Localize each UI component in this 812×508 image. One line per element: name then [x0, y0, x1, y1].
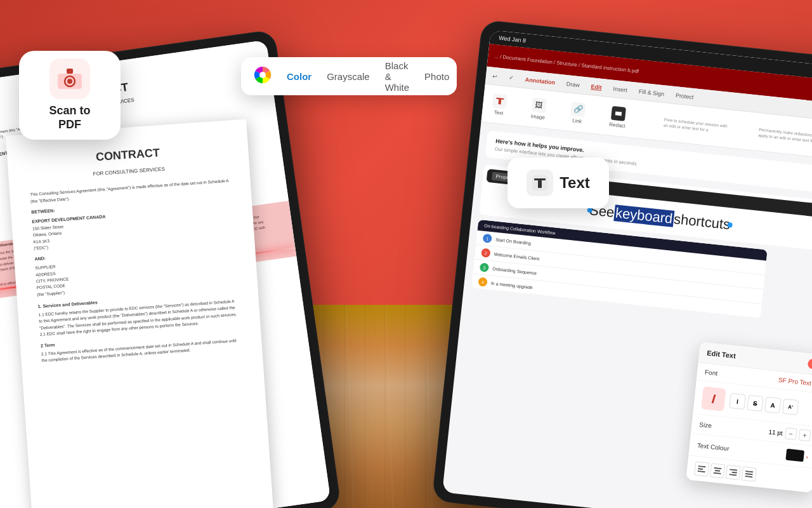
color-option-photo[interactable]: Photo [424, 71, 449, 82]
panel-title: Edit Text [707, 349, 737, 360]
scan-badge-line1: Scan to [49, 104, 90, 117]
svg-rect-4 [698, 468, 703, 470]
color-badge-icon [254, 66, 272, 87]
style-strikethrough[interactable]: S [747, 395, 763, 411]
svg-point-18 [67, 79, 72, 84]
font-label: Font [705, 368, 718, 377]
keyboard-text-wrapper: See keyboard shortcuts [589, 202, 731, 233]
style-size-up[interactable]: A [764, 397, 781, 413]
align-justify[interactable] [742, 466, 757, 481]
svg-rect-9 [730, 469, 737, 471]
tab-protect[interactable]: Protect [676, 92, 694, 100]
font-value-area: SF Pro Text › [778, 377, 812, 387]
tool-text-label: Text [494, 109, 504, 116]
font-preview: I [701, 386, 726, 411]
align-center[interactable] [710, 463, 725, 478]
svg-rect-22 [534, 178, 546, 180]
align-left[interactable] [694, 462, 709, 477]
size-value: 11 pt [768, 428, 783, 436]
tool-link-icon: 🔗 [570, 102, 586, 117]
svg-point-20 [259, 72, 266, 78]
tool-image-icon: 🖼 [532, 97, 547, 112]
tab-draw[interactable]: Draw [566, 81, 580, 88]
text-badge-label: Text [560, 174, 590, 192]
list-text-3: Onboarding Sequence [492, 266, 537, 275]
svg-rect-12 [745, 471, 753, 472]
tool-link[interactable]: 🔗 Link [570, 102, 586, 124]
redo-icon[interactable]: ✓ [508, 74, 514, 81]
list-num-4: 4 [478, 277, 487, 286]
scan-to-pdf-badge[interactable]: Scan to PDF [19, 51, 121, 140]
svg-rect-23 [538, 180, 542, 188]
list-text-4: In a meeting upgrade [491, 281, 534, 290]
scan-badge-text: Scan to PDF [49, 104, 90, 131]
tab-fill-sign[interactable]: Fill & Sign [638, 88, 664, 97]
size-label: Size [699, 420, 712, 429]
tool-image-label: Image [530, 113, 545, 120]
svg-rect-5 [698, 471, 705, 472]
tool-redact-label: Redact [609, 121, 625, 129]
style-size-down[interactable]: A' [782, 399, 799, 415]
color-chevron[interactable]: › [806, 453, 808, 460]
svg-rect-16 [67, 69, 73, 74]
color-swatch[interactable] [785, 448, 804, 462]
svg-rect-11 [729, 474, 737, 476]
list-num-3: 3 [480, 262, 489, 272]
list-text-1: Start On Boarding [495, 237, 531, 245]
align-right[interactable] [726, 465, 741, 480]
tab-annotation[interactable]: Annotation [525, 76, 555, 86]
color-label: Text Colour [697, 441, 729, 451]
text-badge-icon [527, 170, 553, 196]
selection-handle-right [728, 222, 733, 228]
svg-rect-1 [498, 99, 501, 104]
right-tablet-content: Here's how it helps you improve. Our sim… [442, 122, 812, 508]
tool-text-icon [492, 93, 508, 109]
scan-badge-icon [49, 58, 90, 99]
tool-text[interactable]: Text [492, 93, 508, 116]
undo-icon[interactable]: ↩ [492, 72, 498, 79]
tablet-right: Wed Jan 8 ▐▐▐ 100% 🔋 ... / Document Foun… [433, 20, 812, 508]
size-decrease[interactable]: − [785, 427, 797, 440]
svg-rect-2 [615, 111, 622, 116]
svg-rect-14 [745, 476, 752, 478]
tab-insert[interactable]: Insert [613, 85, 627, 93]
panel-close-button[interactable]: × [808, 358, 812, 370]
style-icons: I S A A' [729, 393, 799, 415]
size-control: 11 pt − + [768, 425, 811, 441]
svg-rect-7 [715, 470, 720, 472]
svg-rect-3 [698, 465, 705, 467]
paper-behind-1: CONTRACT FOR CONSULTING SERVICES This Co… [6, 119, 273, 508]
tool-image[interactable]: 🖼 Image [530, 97, 547, 120]
svg-rect-13 [745, 473, 753, 475]
tool-redact[interactable]: Redact [609, 105, 627, 128]
scan-badge-line2: PDF [58, 118, 81, 131]
keyboard-text-highlight: keyboard [613, 204, 675, 227]
status-time: Wed Jan 8 [499, 35, 527, 44]
keyboard-text-after: shortcuts [673, 211, 731, 233]
text-tool-desc: Free to schedule your session with an ed… [664, 117, 728, 133]
size-increase[interactable]: + [799, 429, 811, 441]
tab-edit[interactable]: Edit [591, 83, 602, 91]
color-area: › [785, 448, 809, 462]
list-num-2: 2 [481, 248, 490, 258]
svg-rect-8 [714, 472, 721, 474]
tablet-right-screen: Wed Jan 8 ▐▐▐ 100% 🔋 ... / Document Foun… [442, 30, 812, 508]
list-num-1: 1 [483, 234, 492, 243]
edit-text-panel: Edit Text × Font SF Pro Text › I [686, 342, 812, 493]
color-option-grayscale[interactable]: Grayscale [327, 71, 370, 82]
list-text-2: Welcome Emails Client [494, 251, 539, 260]
tablet-right-frame: Wed Jan 8 ▐▐▐ 100% 🔋 ... / Document Foun… [433, 20, 812, 508]
svg-rect-6 [714, 467, 721, 469]
color-option-color[interactable]: Color [287, 71, 311, 82]
right-placeholder [766, 251, 812, 326]
svg-rect-10 [732, 472, 737, 474]
font-value[interactable]: SF Pro Text [778, 377, 812, 387]
style-bold[interactable]: I [729, 393, 745, 410]
tool-link-label: Link [572, 117, 582, 124]
color-mode-badge[interactable]: Color Grayscale Black & White Photo [241, 57, 457, 95]
color-option-bw[interactable]: Black & White [385, 60, 409, 93]
text-badge[interactable]: Text [508, 157, 609, 208]
tool-redact-icon [611, 105, 626, 121]
redact-tool-desc: Permanently make redactions with apply t… [758, 127, 812, 144]
